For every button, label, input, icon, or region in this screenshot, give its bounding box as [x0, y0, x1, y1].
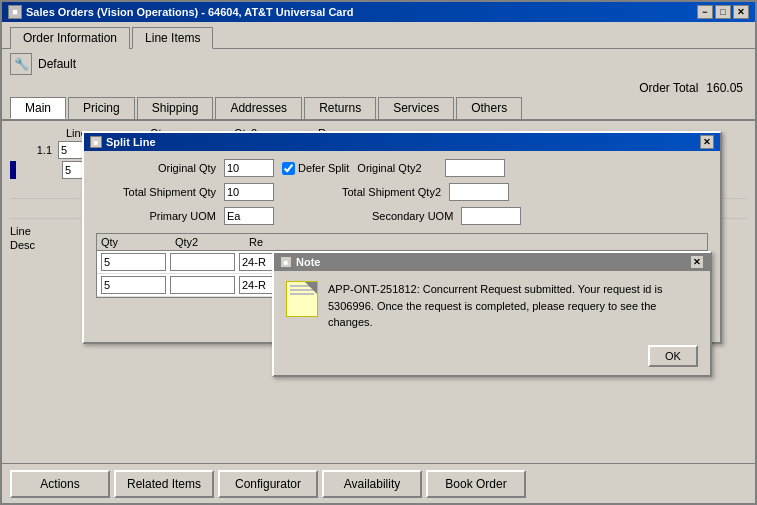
content-area: Line Qty Qty2 Re 1.1 — [2, 121, 755, 503]
order-total-value: 160.05 — [706, 81, 743, 95]
app-icon: ■ — [8, 5, 22, 19]
split-row1-qty[interactable] — [101, 253, 166, 271]
primary-uom-label: Primary UOM — [96, 210, 216, 222]
order-total-row: Order Total 160.05 — [2, 79, 755, 97]
note-message: APP-ONT-251812: Concurrent Request submi… — [328, 281, 698, 331]
subtab-shipping[interactable]: Shipping — [137, 97, 214, 119]
note-dialog-title: Note — [296, 256, 320, 268]
ok-button[interactable]: OK — [648, 345, 698, 367]
subtab-returns[interactable]: Returns — [304, 97, 376, 119]
subtab-addresses[interactable]: Addresses — [215, 97, 302, 119]
split-col-qty2: Qty2 — [175, 236, 245, 248]
configurator-button[interactable]: Configurator — [218, 470, 318, 498]
original-qty2-input[interactable] — [445, 159, 505, 177]
split-dialog-titlebar: ■ Split Line ✕ — [84, 133, 720, 151]
form-row-3: Primary UOM Secondary UOM — [96, 207, 708, 225]
close-btn[interactable]: ✕ — [733, 5, 749, 19]
primary-uom-input[interactable] — [224, 207, 274, 225]
original-qty-label: Original Qty — [96, 162, 216, 174]
note-icon-title: ■ — [280, 256, 292, 268]
total-shipment-qty-label: Total Shipment Qty — [96, 186, 216, 198]
total-shipment-qty2-input[interactable] — [449, 183, 509, 201]
split-col-req: Re — [249, 236, 329, 248]
subtab-services[interactable]: Services — [378, 97, 454, 119]
main-tabs: Order Information Line Items — [2, 22, 755, 49]
note-content: APP-ONT-251812: Concurrent Request submi… — [274, 271, 710, 341]
subtab-pricing[interactable]: Pricing — [68, 97, 135, 119]
main-window: ■ Sales Orders (Vision Operations) - 646… — [0, 0, 757, 505]
note-paper-icon — [286, 281, 318, 317]
original-qty-input[interactable] — [224, 159, 274, 177]
split-row2-qty[interactable] — [101, 276, 166, 294]
tab-order-information[interactable]: Order Information — [10, 27, 130, 49]
desc-label: Desc — [10, 239, 35, 251]
defer-split-group: Defer Split — [282, 162, 349, 175]
defer-split-label: Defer Split — [298, 162, 349, 174]
secondary-uom-label: Secondary UOM — [372, 210, 453, 222]
original-qty2-label: Original Qty2 — [357, 162, 437, 174]
split-table-header: Qty Qty2 Re — [97, 234, 707, 251]
book-order-button[interactable]: Book Order — [426, 470, 526, 498]
note-dialog-close[interactable]: ✕ — [690, 255, 704, 269]
minimize-btn[interactable]: − — [697, 5, 713, 19]
subtab-main[interactable]: Main — [10, 97, 66, 119]
defer-split-checkbox[interactable] — [282, 162, 295, 175]
split-row2-qty2[interactable] — [170, 276, 235, 294]
total-shipment-qty2-label: Total Shipment Qty2 — [342, 186, 441, 198]
note-ok-row: OK — [274, 341, 710, 375]
maximize-btn[interactable]: □ — [715, 5, 731, 19]
split-dialog-title: Split Line — [106, 136, 156, 148]
line-label: Line — [10, 225, 56, 237]
titlebar: ■ Sales Orders (Vision Operations) - 646… — [2, 2, 755, 22]
subtab-others[interactable]: Others — [456, 97, 522, 119]
secondary-uom-input[interactable] — [461, 207, 521, 225]
row-indicator — [10, 161, 16, 179]
availability-button[interactable]: Availability — [322, 470, 422, 498]
note-dialog: ■ Note ✕ APP-ONT-251812: Concurrent Requ… — [272, 251, 712, 377]
form-row-2: Total Shipment Qty Total Shipment Qty2 — [96, 183, 708, 201]
total-shipment-qty-input[interactable] — [224, 183, 274, 201]
titlebar-left: ■ Sales Orders (Vision Operations) - 646… — [8, 5, 353, 19]
window-title: Sales Orders (Vision Operations) - 64604… — [26, 6, 353, 18]
default-label: Default — [38, 57, 76, 71]
tab-line-items[interactable]: Line Items — [132, 27, 213, 49]
note-dialog-titlebar: ■ Note ✕ — [274, 253, 710, 271]
toolbar: 🔧 Default — [2, 49, 755, 79]
split-dialog-icon: ■ — [90, 136, 102, 148]
order-total-label: Order Total — [639, 81, 698, 95]
related-items-button[interactable]: Related Items — [114, 470, 214, 498]
form-row-1: Original Qty Defer Split Original Qty2 — [96, 159, 708, 177]
default-icon-btn[interactable]: 🔧 — [10, 53, 32, 75]
titlebar-controls: − □ ✕ — [697, 5, 749, 19]
split-dialog-close[interactable]: ✕ — [700, 135, 714, 149]
actions-bar: Actions Related Items Configurator Avail… — [2, 463, 755, 503]
line-number: 1.1 — [10, 144, 56, 156]
split-row1-qty2[interactable] — [170, 253, 235, 271]
subtabs: Main Pricing Shipping Addresses Returns … — [2, 97, 755, 121]
split-col-qty: Qty — [101, 236, 171, 248]
actions-button[interactable]: Actions — [10, 470, 110, 498]
